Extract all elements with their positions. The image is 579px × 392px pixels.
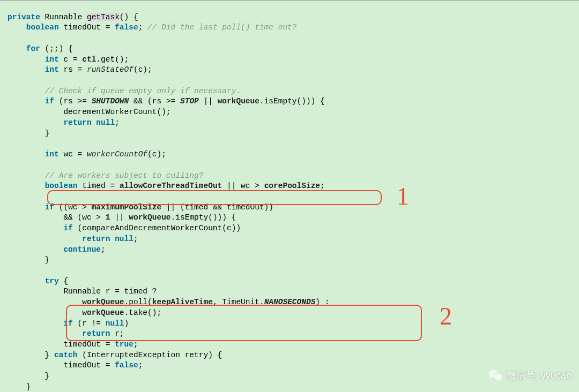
comment: // Check if queue empty only if necessar…: [45, 87, 241, 95]
kw-private: private: [8, 13, 40, 21]
code-block: private Runnable getTask() { boolean tim…: [0, 0, 579, 392]
comment: // Are workers subject to culling?: [45, 171, 204, 180]
method-name: getTask: [87, 13, 120, 21]
comment: // Did the last poll() time out?: [147, 23, 296, 32]
